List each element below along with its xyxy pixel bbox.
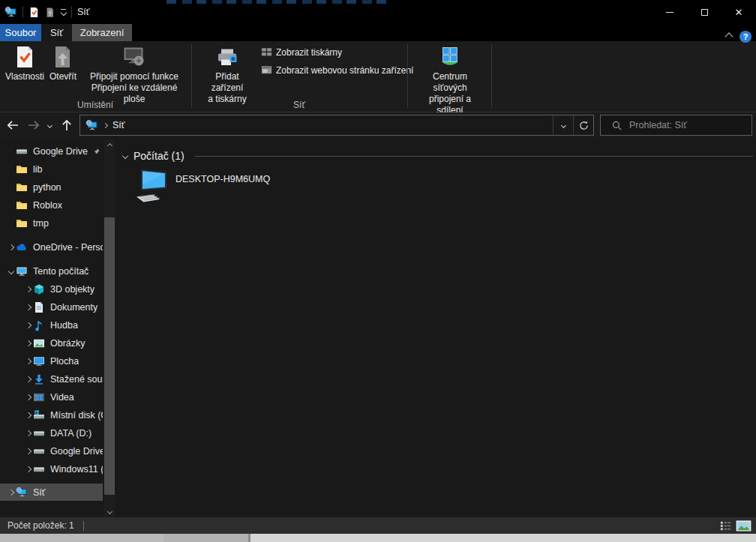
add-devices-button[interactable]: Přidat zařízení a tiskárny bbox=[196, 43, 258, 106]
remote-desktop-button[interactable]: Připojit pomocí funkce Připojení ke vzdá… bbox=[81, 43, 188, 106]
sidebar-item-label: tmp bbox=[33, 218, 49, 229]
sidebar-item-this-pc[interactable]: Tento počítač bbox=[0, 262, 103, 280]
computer-icon bbox=[16, 265, 28, 277]
close-button[interactable]: ✕ bbox=[722, 0, 756, 24]
expand-chevron-icon[interactable] bbox=[25, 394, 31, 400]
tab-network[interactable]: Síť bbox=[41, 24, 72, 41]
window-title: Síť bbox=[77, 7, 90, 17]
file-item-label: DESKTOP-H9M6UMQ bbox=[176, 174, 270, 184]
sidebar-item-google-drive-h[interactable]: Google Drive (H:) bbox=[0, 442, 103, 460]
forward-button[interactable] bbox=[26, 117, 42, 133]
sidebar-item-desktop[interactable]: Plocha bbox=[0, 352, 103, 370]
explorer-window: Síť ✕ Soubor Síť Zobrazení Vlastnosti Ot… bbox=[0, 0, 756, 542]
expand-chevron-icon[interactable] bbox=[25, 430, 31, 436]
sidebar-item-roblox[interactable]: Roblox bbox=[0, 196, 103, 214]
sidebar-item-onedrive[interactable]: OneDrive - Personal bbox=[0, 238, 103, 256]
collapse-ribbon-icon[interactable] bbox=[724, 32, 733, 40]
chevron-down-icon bbox=[560, 122, 566, 127]
sidebar-item-tmp[interactable]: tmp bbox=[0, 214, 103, 232]
scroll-down-button[interactable] bbox=[104, 505, 115, 517]
tab-view[interactable]: Zobrazení bbox=[72, 24, 132, 41]
sidebar-item-lib[interactable]: lib bbox=[0, 160, 103, 178]
sidebar-item-data-d[interactable]: DATA (D:) bbox=[0, 424, 103, 442]
expand-chevron-icon[interactable] bbox=[8, 244, 14, 250]
scroll-up-button[interactable] bbox=[104, 139, 115, 151]
qat-newfolder-icon[interactable] bbox=[45, 7, 56, 18]
address-dropdown-button[interactable] bbox=[553, 115, 573, 135]
desktop-icon bbox=[33, 355, 45, 367]
sidebar-scrollbar[interactable] bbox=[104, 139, 115, 517]
expand-chevron-icon[interactable] bbox=[25, 322, 31, 328]
sidebar-item-music[interactable]: Hudba bbox=[0, 316, 103, 334]
breadcrumb-network[interactable]: Síť bbox=[112, 120, 125, 130]
expand-chevron-icon[interactable] bbox=[25, 304, 31, 310]
show-printers-button[interactable]: Zobrazit tiskárny bbox=[261, 46, 342, 58]
sidebar-item-label: 3D objekty bbox=[50, 284, 94, 295]
chevron-down-icon bbox=[46, 122, 52, 127]
address-location-icon bbox=[86, 119, 98, 132]
picture-icon bbox=[33, 337, 45, 349]
expand-chevron-icon[interactable] bbox=[25, 466, 31, 472]
expand-chevron-icon[interactable] bbox=[25, 286, 31, 292]
address-bar[interactable]: Síť bbox=[80, 115, 594, 136]
background-window-sliver bbox=[166, 0, 392, 4]
details-view-button[interactable] bbox=[720, 520, 731, 532]
expand-chevron-icon[interactable] bbox=[25, 376, 31, 382]
minimize-button[interactable] bbox=[652, 0, 687, 24]
scrollbar-thumb[interactable] bbox=[104, 217, 115, 495]
drive-icon bbox=[33, 445, 45, 457]
thumbnails-view-button[interactable] bbox=[736, 520, 752, 532]
sidebar-item-documents[interactable]: Dokumenty bbox=[0, 298, 103, 316]
sidebar-item-downloads[interactable]: Stažené soubory bbox=[0, 370, 103, 388]
sidebar-item-3d-objects[interactable]: 3D objekty bbox=[0, 280, 103, 298]
recent-locations-dropdown[interactable] bbox=[44, 117, 55, 133]
maximize-icon bbox=[701, 9, 708, 16]
computer-icon bbox=[135, 166, 170, 202]
expand-chevron-icon[interactable] bbox=[25, 448, 31, 454]
show-device-webpage-button[interactable]: Zobrazit webovou stránku zařízení bbox=[261, 64, 413, 76]
back-button[interactable] bbox=[4, 117, 21, 133]
qat-properties-icon[interactable] bbox=[28, 7, 40, 18]
search-box[interactable]: Prohledat: Síť bbox=[600, 115, 752, 136]
ribbon-tab-bar: Soubor Síť Zobrazení bbox=[0, 24, 756, 41]
sidebar-item-label: python bbox=[33, 182, 62, 193]
sidebar-item-local-disk-c[interactable]: Místní disk (C:) bbox=[0, 406, 103, 424]
sidebar-item-network[interactable]: Síť bbox=[0, 484, 103, 501]
sidebar-item-label: Windows11 (W:) bbox=[50, 464, 103, 475]
maximize-button[interactable] bbox=[687, 0, 722, 24]
expand-chevron-icon[interactable] bbox=[25, 358, 31, 364]
help-button[interactable]: ? bbox=[740, 31, 752, 43]
sidebar-item-label: Místní disk (C:) bbox=[50, 410, 103, 421]
sidebar-item-label: Videa bbox=[50, 392, 74, 403]
group-collapse-icon[interactable] bbox=[122, 153, 128, 159]
sidebar-item-label: Google Drive bbox=[33, 146, 88, 157]
network-center-button[interactable]: Centrum síťových připojení a sdílení bbox=[413, 43, 487, 118]
expand-chevron-icon[interactable] bbox=[25, 412, 31, 418]
expand-chevron-icon[interactable] bbox=[25, 340, 31, 346]
sidebar-item-windows11-w[interactable]: Windows11 (W:) bbox=[0, 460, 103, 478]
refresh-button[interactable] bbox=[573, 115, 593, 135]
sidebar-item-google-drive[interactable]: Google Drive bbox=[0, 142, 103, 160]
sidebar-item-python[interactable]: python bbox=[0, 178, 103, 196]
sidebar-item-videos[interactable]: Videa bbox=[0, 388, 103, 406]
group-header-computer[interactable]: Počítač (1) bbox=[123, 148, 753, 163]
folder-icon bbox=[16, 199, 28, 211]
sidebar-item-label: Roblox bbox=[33, 200, 62, 211]
film-icon bbox=[33, 391, 45, 403]
open-button[interactable]: Otevřít bbox=[46, 43, 80, 84]
tab-file[interactable]: Soubor bbox=[0, 24, 41, 41]
sidebar-item-pictures[interactable]: Obrázky bbox=[0, 334, 103, 352]
expand-chevron-icon[interactable] bbox=[8, 489, 14, 495]
sidebar-item-label: Stažené soubory bbox=[50, 374, 103, 385]
search-placeholder: Prohledat: Síť bbox=[629, 120, 687, 130]
show-printers-label: Zobrazit tiskárny bbox=[276, 47, 342, 58]
up-button[interactable] bbox=[58, 117, 75, 133]
status-separator bbox=[83, 521, 84, 531]
qat-customize-dropdown[interactable] bbox=[61, 9, 66, 15]
onedrive-cloud-icon bbox=[16, 241, 28, 253]
sidebar-item-label: Hudba bbox=[50, 320, 78, 331]
collapse-chevron-icon[interactable] bbox=[8, 268, 14, 274]
status-bar: Počet položek: 1 bbox=[0, 517, 756, 534]
file-item-desktop-h9m6umq[interactable]: DESKTOP-H9M6UMQ bbox=[135, 166, 270, 202]
properties-button[interactable]: Vlastnosti bbox=[4, 43, 45, 84]
